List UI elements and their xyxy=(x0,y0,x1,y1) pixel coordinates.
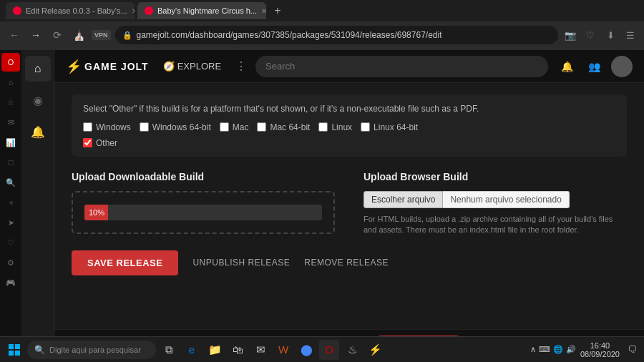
tab-1[interactable]: Edit Release 0.0.3 - Baby's... ✕ xyxy=(6,2,135,19)
tray-network[interactable]: 🌐 xyxy=(553,345,563,354)
browser-chrome: Edit Release 0.0.3 - Baby's... ✕ Baby's … xyxy=(0,0,644,50)
other-checkbox[interactable] xyxy=(83,138,92,147)
tab-2-favicon xyxy=(145,6,153,15)
gj-more-button[interactable]: ⋮ xyxy=(235,59,247,73)
linux64-checkbox[interactable] xyxy=(361,122,370,132)
platform-section: Select "Other" if this build is for a pl… xyxy=(72,94,627,157)
upload-downloadable-title: Upload Downloadable Build xyxy=(72,171,335,182)
checkbox-linux64[interactable]: Linux 64-bit xyxy=(361,122,418,132)
add-icon[interactable]: ＋ xyxy=(1,193,20,212)
mac64-checkbox[interactable] xyxy=(257,122,266,132)
taskbar-steam[interactable]: ♨ xyxy=(342,340,362,360)
mac64-label: Mac 64-bit xyxy=(270,122,310,132)
taskbar-store[interactable]: 🛍 xyxy=(228,340,248,360)
tray-chevron[interactable]: ∧ xyxy=(530,345,536,354)
social-sidebar: O ⌂ ☆ ✉ 📊 □ 🔍 ＋ ➤ ♡ ⚙ 🎮 xyxy=(0,50,21,362)
gj-logo-text: GAME JOLT xyxy=(84,61,149,72)
clock-date: 08/09/2020 xyxy=(580,350,620,358)
tab-2-close[interactable]: ✕ xyxy=(261,7,266,15)
gj-explore-icon[interactable]: ◉ xyxy=(25,87,51,113)
camera-icon[interactable]: 📷 xyxy=(562,27,578,43)
chart-icon[interactable]: 📊 xyxy=(1,133,20,152)
upload-hint: For HTML builds, upload a .zip archive c… xyxy=(364,214,627,236)
windows64-label: Windows 64-bit xyxy=(152,122,211,132)
gj-logo: ⚡ GAME JOLT xyxy=(66,59,149,74)
messenger-icon[interactable]: ✉ xyxy=(1,113,20,132)
gj-alert-icon[interactable]: 🔔 xyxy=(557,57,577,77)
tab-2[interactable]: Baby's Nightmare Circus h... ✕ xyxy=(137,2,266,19)
taskbar-edge[interactable]: e xyxy=(182,340,202,360)
taskbar-taskview[interactable]: ⧉ xyxy=(159,340,179,360)
settings-social-icon[interactable]: ⚙ xyxy=(1,253,20,272)
home-social-icon[interactable]: ⌂ xyxy=(1,73,20,92)
choose-file-button[interactable]: Escolher arquivo xyxy=(364,191,443,208)
app-layout: O ⌂ ☆ ✉ 📊 □ 🔍 ＋ ➤ ♡ ⚙ 🎮 ⌂ ◉ 🔔 ⚡ GAME JOL… xyxy=(0,50,644,362)
send-icon[interactable]: ➤ xyxy=(1,213,20,232)
checkbox-linux[interactable]: Linux xyxy=(318,122,352,132)
gj-navbar: ⚡ GAME JOLT 🧭 EXPLORE ⋮ 🔔 👥 xyxy=(54,50,644,83)
opera-icon: O xyxy=(1,53,20,72)
windows-label: Windows xyxy=(96,122,131,132)
back-button[interactable]: ← xyxy=(6,26,23,44)
taskbar-gamejolt[interactable]: ⚡ xyxy=(365,340,385,360)
taskbar-office[interactable]: W xyxy=(273,340,293,360)
tab-1-close[interactable]: ✕ xyxy=(132,7,135,15)
gj-explore-link[interactable]: 🧭 EXPLORE xyxy=(157,58,227,74)
gj-notification-icon[interactable]: 🔔 xyxy=(25,119,51,145)
upload-downloadable-area[interactable]: 10% xyxy=(72,191,335,234)
remove-release-button[interactable]: REMOVE RELEASE xyxy=(304,258,389,268)
tab-1-label: Edit Release 0.0.3 - Baby's... xyxy=(26,6,127,15)
nav-bar: ← → ⟳ ⛪ VPN 🔒 gamejolt.com/dashboard/gam… xyxy=(0,21,644,49)
download-icon[interactable]: ⬇ xyxy=(602,27,618,43)
checkbox-mac64[interactable]: Mac 64-bit xyxy=(257,122,310,132)
upload-downloadable-block: Upload Downloadable Build 10% xyxy=(72,171,335,236)
checkbox-other[interactable]: Other xyxy=(83,138,615,148)
new-tab-button[interactable]: + xyxy=(269,2,286,19)
windows-logo xyxy=(9,344,20,356)
home-button[interactable]: ⛪ xyxy=(70,26,87,44)
mac-checkbox[interactable] xyxy=(220,122,229,132)
save-release-button[interactable]: SAVE RELEASE xyxy=(72,250,178,275)
unpublish-release-button[interactable]: UNPUBLISH RELEASE xyxy=(192,258,290,268)
upload-section: Upload Downloadable Build 10% Up xyxy=(72,171,627,236)
menu-icon[interactable]: ☰ xyxy=(623,27,638,43)
tray-volume[interactable]: 🔊 xyxy=(566,345,576,354)
start-button[interactable] xyxy=(4,340,24,360)
search-social-icon[interactable]: 🔍 xyxy=(1,173,20,192)
address-bar[interactable]: 🔒 gamejolt.com/dashboard/games/307385/pa… xyxy=(115,26,558,44)
gj-search-input[interactable] xyxy=(255,56,548,77)
notification-button[interactable]: 🗨 xyxy=(624,342,640,358)
checkbox-windows64[interactable]: Windows 64-bit xyxy=(140,122,211,132)
clock-time: 16:40 xyxy=(580,341,620,350)
taskbar-opera[interactable]: O xyxy=(319,340,339,360)
system-tray: ∧ ⌨ 🌐 🔊 xyxy=(530,345,576,354)
forward-button[interactable]: → xyxy=(27,26,44,44)
instagram-icon[interactable]: □ xyxy=(1,153,20,172)
taskbar-search-icon: 🔍 xyxy=(34,345,45,355)
linux-checkbox[interactable] xyxy=(318,122,328,132)
heart-icon[interactable]: ♡ xyxy=(1,233,20,252)
linux-label: Linux xyxy=(331,122,352,132)
windows-checkbox[interactable] xyxy=(83,122,92,132)
main-area: ⚡ GAME JOLT 🧭 EXPLORE ⋮ 🔔 👥 Select "Othe… xyxy=(54,50,644,362)
mac-label: Mac xyxy=(233,122,249,132)
browser-upload-control: Escolher arquivo Nenhum arquivo selecion… xyxy=(364,191,627,208)
bookmark-icon[interactable]: ♡ xyxy=(582,27,598,43)
progress-bar: 10% xyxy=(84,205,322,220)
taskbar-search[interactable]: 🔍 Digite aqui para pesquisar xyxy=(27,341,156,359)
gj-home-icon[interactable]: ⌂ xyxy=(25,56,51,82)
gj-friends-icon[interactable]: 👥 xyxy=(584,57,604,77)
bookmark-social-icon[interactable]: ☆ xyxy=(1,93,20,112)
taskbar-mail[interactable]: ✉ xyxy=(250,340,270,360)
gj-sidebar: ⌂ ◉ 🔔 xyxy=(21,50,54,362)
checkbox-mac[interactable]: Mac xyxy=(220,122,249,132)
refresh-button[interactable]: ⟳ xyxy=(49,26,66,44)
taskbar-explorer[interactable]: 📁 xyxy=(205,340,225,360)
taskbar-clock[interactable]: 16:40 08/09/2020 xyxy=(580,341,620,358)
other-label: Other xyxy=(96,138,117,148)
gj-avatar[interactable] xyxy=(611,56,633,77)
windows64-checkbox[interactable] xyxy=(140,122,149,132)
game-social-icon[interactable]: 🎮 xyxy=(1,273,20,292)
checkbox-windows[interactable]: Windows xyxy=(83,122,131,132)
taskbar-chrome[interactable]: ⬤ xyxy=(296,340,316,360)
